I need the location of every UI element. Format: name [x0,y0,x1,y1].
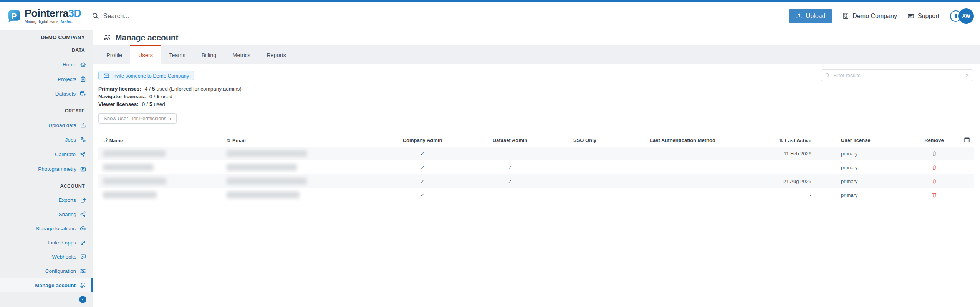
last-active-cell: - [766,188,816,202]
main-panel: Manage account Profile Users Teams Billi… [93,30,980,307]
filter-search-icon [825,73,830,78]
sidebar-section-data: DATA [0,43,93,57]
sidebar-item-upload-data[interactable]: Upload data [0,118,93,132]
user-email-cell [227,147,396,160]
sidebar-collapse-button[interactable]: ‹ [79,296,86,303]
tab-bar: Profile Users Teams Billing Metrics Repo… [93,45,980,64]
webhooks-icon [80,254,86,260]
global-search [91,12,219,20]
user-license-cell: primary [816,174,904,188]
sidebar-item-sharing[interactable]: Sharing [0,207,93,221]
search-input[interactable] [103,12,219,20]
primary-licenses-line: Primary licenses:4/5 used (Enforced for … [98,85,974,93]
upload-button[interactable]: Upload [789,9,833,23]
invite-button[interactable]: Invite someone to Demo Company [98,71,194,80]
trash-icon[interactable] [931,163,938,171]
linked-apps-icon [79,239,86,246]
sidebar-item-manage-account[interactable]: Manage account [0,278,93,292]
column-header-dataset-admin: Dataset Admin [449,134,571,147]
sidebar-item-exports[interactable]: Exports [0,193,93,207]
dataset-admin-cell: ✓ [449,174,571,188]
sidebar-item-jobs[interactable]: Jobs [0,132,93,147]
company-label: Demo Company [853,13,897,20]
user-license-cell: primary [816,147,904,160]
sidebar-item-linked-apps[interactable]: Linked apps [0,236,93,250]
users-table: ↓AZ Name ⇅Email Company Admin Dataset Ad… [98,134,974,202]
tab-profile[interactable]: Profile [98,45,130,64]
column-header-user-license: User license [816,134,904,147]
show-permissions-button[interactable]: Show User Tier Permissions › [98,113,177,124]
table-row[interactable]: ✓ 11 Feb 2026 primary [98,147,974,160]
redacted-email [227,191,300,198]
last-auth-cell [599,147,766,160]
remove-cell [904,188,964,202]
datasets-icon [79,91,86,97]
last-active-cell: - [766,160,816,174]
filter-clear-icon[interactable]: ✕ [965,73,969,78]
tab-users[interactable]: Users [130,45,161,64]
column-header-remove: Remove [904,134,964,147]
tab-billing[interactable]: Billing [194,45,225,64]
trash-icon[interactable] [931,150,938,157]
storage-locations-icon [79,225,86,232]
user-name-cell [98,160,227,174]
sidebar-item-calibrate[interactable]: Calibrate [0,147,93,162]
column-header-last-auth-method: Last Authentication Method [599,134,766,147]
filter-input[interactable] [833,73,962,78]
sidebar-item-datasets[interactable]: Datasets [0,86,93,101]
sidebar-company-header: DEMO COMPANY [0,30,93,40]
support-menu[interactable]: Support [907,12,939,20]
filter-field: ✕ [821,69,973,81]
sso-only-cell [571,174,599,188]
last-auth-cell [599,188,766,202]
tab-reports[interactable]: Reports [258,45,294,64]
column-header-last-active[interactable]: ⇅Last Active [766,134,816,147]
svg-text:P: P [12,12,17,20]
home-icon [80,61,86,68]
sidebar-item-configuration[interactable]: Configuration [0,264,93,278]
sso-only-cell [571,147,599,160]
last-active-cell: 11 Feb 2026 [766,147,816,160]
sidebar-item-webhooks[interactable]: Webhooks [0,250,93,264]
column-header-name[interactable]: ↓AZ Name [98,134,227,147]
sidebar-item-projects[interactable]: Projects [0,72,93,86]
column-picker-icon[interactable] [964,137,970,143]
configuration-icon [79,268,86,274]
app-logo[interactable]: P Pointerra3D Mining digital twins, fast… [7,8,81,24]
license-summary: Primary licenses:4/5 used (Enforced for … [98,85,974,108]
column-picker-header [964,134,974,147]
projects-icon [80,76,86,83]
sso-only-cell [571,188,599,202]
table-row[interactable]: ✓ ✓ - primary [98,160,974,174]
brand-tagline: Mining digital twins, faster. [25,20,81,24]
tab-metrics[interactable]: Metrics [224,45,258,64]
table-row[interactable]: ✓ - primary [98,188,974,202]
last-active-cell: 21 Aug 2025 [766,174,816,188]
redacted-email [227,164,297,171]
user-email-cell [227,160,396,174]
navigator-licenses-line: Navigator licenses:0/5 used [98,93,974,101]
photogrammetry-icon [80,166,86,172]
column-header-email[interactable]: ⇅Email [227,134,396,147]
last-auth-cell [599,160,766,174]
tab-teams[interactable]: Teams [161,45,194,64]
company-switcher[interactable]: Demo Company [842,12,897,20]
avatar[interactable]: AW [958,8,974,24]
upload-icon [796,13,803,20]
sidebar-item-storage-locations[interactable]: Storage locations [0,221,93,236]
company-admin-cell: ✓ [396,147,449,160]
envelope-icon [104,73,109,78]
trash-icon[interactable] [931,191,938,199]
remove-cell [904,174,964,188]
sidebar-item-photogrammetry[interactable]: Photogrammetry [0,162,93,176]
exports-icon [79,197,86,203]
sort-icon: ⇅ [227,138,230,143]
table-row[interactable]: ✓ ✓ 21 Aug 2025 primary [98,174,974,188]
trash-icon[interactable] [931,177,938,185]
sso-only-cell [571,160,599,174]
sidebar-item-home[interactable]: Home [0,57,93,72]
sort-icon: ⇅ [779,138,783,143]
company-admin-cell: ✓ [396,174,449,188]
column-header-sso-only: SSO Only [571,134,599,147]
redacted-name [103,178,166,185]
